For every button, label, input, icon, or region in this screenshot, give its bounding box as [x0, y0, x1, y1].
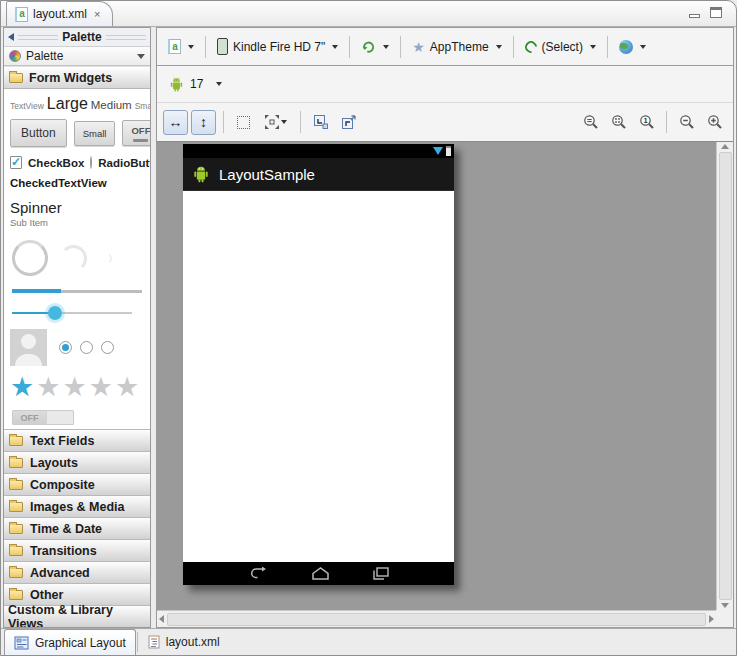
zoom-fit-button[interactable] — [578, 110, 603, 135]
layout-file-icon: a — [15, 7, 28, 22]
canvas-region: LayoutSample — [157, 141, 733, 627]
scroll-up-icon[interactable] — [721, 144, 729, 149]
checkbox-checked-icon[interactable]: ✓ — [10, 156, 22, 169]
widget-textview[interactable]: TextView — [10, 101, 44, 111]
widget-quickcontactbadge[interactable] — [10, 329, 47, 366]
palette-collapse-bar[interactable]: Palette — [4, 28, 150, 46]
dropdown-arrow-icon — [188, 45, 194, 49]
toolbar-separator — [607, 36, 608, 58]
scrollbar-corner — [716, 610, 733, 627]
category-label: Images & Media — [30, 500, 124, 514]
radio-icon[interactable] — [101, 341, 114, 354]
seekbar-thumb[interactable] — [48, 306, 62, 320]
tab-label: layout.xml — [166, 635, 220, 649]
device-selector-button[interactable]: Kindle Fire HD 7" — [212, 35, 343, 58]
vertical-scrollbar[interactable] — [716, 142, 733, 610]
rotate-icon — [361, 39, 376, 54]
snap-to-grid-button[interactable] — [308, 110, 333, 135]
widget-small-button[interactable]: Small — [74, 121, 116, 146]
horizontal-scrollbar[interactable] — [157, 610, 716, 627]
scroll-right-icon[interactable] — [709, 615, 714, 623]
app-android-icon — [191, 164, 211, 184]
widget-textview-large[interactable]: Large — [47, 95, 88, 113]
widget-togglebutton[interactable]: OFF — [122, 120, 150, 146]
tab-layout-xml[interactable]: a layout.xml × — [6, 1, 113, 26]
widget-progressbar-large[interactable] — [12, 240, 48, 276]
widget-checkedtextview[interactable]: CheckedTextView — [10, 177, 144, 189]
config-file-icon: a — [168, 39, 181, 54]
design-canvas[interactable]: LayoutSample — [157, 142, 716, 610]
locale-selector-button[interactable] — [614, 37, 651, 57]
zoom-out-button[interactable] — [674, 110, 699, 135]
show-outline-button[interactable] — [231, 110, 256, 135]
widget-radiogroup[interactable] — [59, 341, 114, 354]
chevron-down-icon[interactable] — [137, 54, 145, 59]
maximize-icon[interactable] — [710, 7, 722, 18]
horizontal-scroll-thumb[interactable] — [167, 613, 706, 626]
scroll-left-icon[interactable] — [159, 615, 164, 623]
radio-icon[interactable] — [80, 341, 93, 354]
zoom-in-button[interactable] — [702, 110, 727, 135]
spinner-sub-item[interactable]: Sub Item — [10, 217, 144, 228]
fill-height-button[interactable]: ↕ — [191, 110, 216, 135]
category-advanced[interactable]: Advanced — [4, 561, 150, 583]
section-form-widgets[interactable]: Form Widgets — [4, 66, 150, 89]
orientation-selector-button[interactable] — [356, 36, 394, 57]
widget-progressbar-horizontal[interactable] — [12, 290, 142, 293]
widget-previews: TextView Large Medium Small Button Small… — [4, 89, 150, 425]
radio-selected-icon[interactable] — [59, 341, 72, 354]
widget-progressbar-medium[interactable] — [60, 245, 87, 272]
tab-layout-xml-source[interactable]: layout.xml — [139, 629, 229, 655]
palette-combo[interactable]: Palette — [4, 46, 150, 66]
widget-spinner[interactable]: Spinner — [10, 199, 144, 216]
minimize-icon[interactable] — [689, 14, 700, 18]
category-text-fields[interactable]: Text Fields — [4, 429, 150, 451]
folder-icon — [9, 502, 23, 512]
widget-textview-small[interactable]: Small — [135, 101, 150, 111]
category-time-date[interactable]: Time & Date — [4, 517, 150, 539]
layout-editor: a Kindle Fire HD 7" — [156, 27, 734, 628]
vertical-scroll-thumb[interactable] — [719, 152, 732, 600]
layout-drop-area[interactable] — [183, 191, 454, 562]
activity-selector-button[interactable]: (Select) — [520, 37, 601, 57]
category-layouts[interactable]: Layouts — [4, 451, 150, 473]
folder-icon — [9, 524, 23, 534]
widget-radiobutton[interactable]: RadioButton — [98, 157, 150, 169]
widget-textview-medium[interactable]: Medium — [91, 99, 132, 111]
category-label: Composite — [30, 478, 95, 492]
person-body-icon — [15, 354, 42, 366]
include-layout-button[interactable] — [336, 110, 361, 135]
editor-mode-tabs: Graphical Layout layout.xml — [1, 628, 736, 655]
dropdown-arrow-icon — [590, 45, 596, 49]
app-title: LayoutSample — [219, 166, 315, 183]
checkbox-radio-row: ✓ CheckBox RadioButton — [10, 156, 144, 169]
category-images-media[interactable]: Images & Media — [4, 495, 150, 517]
star-empty-icon: ★ — [89, 372, 114, 402]
config-selector-button[interactable]: a — [163, 36, 199, 57]
folder-icon — [9, 436, 23, 446]
battery-icon — [446, 146, 451, 156]
widget-button[interactable]: Button — [10, 119, 67, 147]
category-transitions[interactable]: Transitions — [4, 539, 150, 561]
zoom-100-button[interactable]: 1 — [634, 110, 659, 135]
tab-graphical-layout[interactable]: Graphical Layout — [4, 629, 136, 655]
radio-selected-icon[interactable] — [90, 156, 92, 169]
category-custom-library-views[interactable]: Custom & Library Views — [4, 605, 150, 627]
widget-ratingbar[interactable]: ★ ★ ★ ★ ★ — [10, 372, 144, 402]
expand-to-fit-button[interactable] — [259, 110, 293, 135]
widget-checkbox[interactable]: CheckBox — [28, 157, 84, 169]
api-level-selector-button[interactable]: 17 — [163, 73, 227, 96]
collapse-left-icon[interactable] — [8, 33, 14, 41]
category-composite[interactable]: Composite — [4, 473, 150, 495]
fill-width-button[interactable]: ↔ — [163, 110, 188, 135]
scroll-down-icon[interactable] — [721, 603, 729, 608]
widget-progressbar-small[interactable] — [99, 252, 112, 265]
widget-switch[interactable]: OFF — [12, 410, 74, 425]
toolbar-separator — [300, 111, 301, 133]
star-empty-icon: ★ — [36, 372, 61, 402]
device-preview[interactable]: LayoutSample — [183, 144, 454, 585]
close-icon[interactable]: × — [94, 8, 100, 20]
widget-seekbar[interactable] — [12, 305, 142, 321]
zoom-match-button[interactable] — [606, 110, 631, 135]
theme-selector-button[interactable]: ★ AppTheme — [407, 37, 506, 57]
